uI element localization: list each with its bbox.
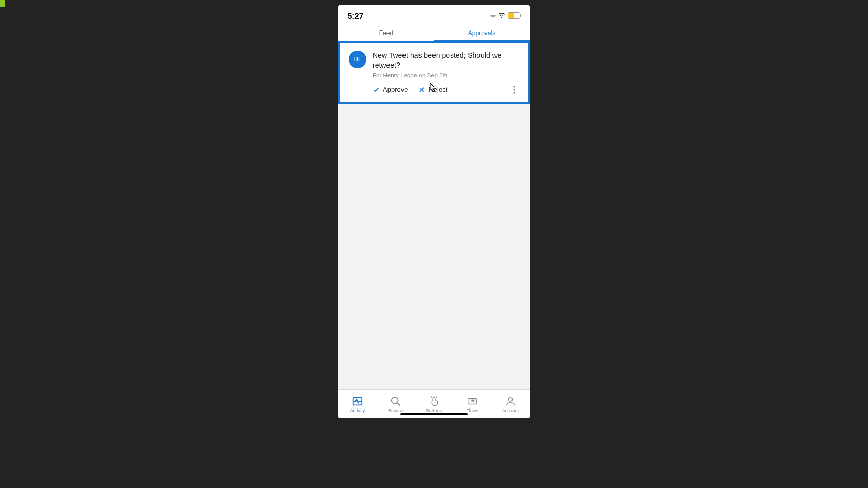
phone-frame: 5:27 •••• Feed Approvals HL New Tweet ha… <box>338 5 530 418</box>
nav-flows-label: Flows <box>466 408 478 413</box>
card-meta: For Henry Legge on Sep 5th <box>373 72 519 78</box>
svg-point-10 <box>508 397 512 401</box>
status-time: 5:27 <box>348 11 363 20</box>
svg-point-2 <box>514 86 515 87</box>
nav-account-label: Account <box>502 408 519 413</box>
tab-bar: Feed Approvals <box>338 26 530 41</box>
wifi-icon <box>498 11 506 20</box>
content-area: HL New Tweet has been posted; Should we … <box>338 41 530 389</box>
svg-point-4 <box>514 92 515 93</box>
more-button[interactable] <box>509 84 519 96</box>
cellular-icon: •••• <box>490 13 495 19</box>
nav-activity-label: Activity <box>350 408 365 413</box>
card-actions: Approve Reject <box>373 84 519 96</box>
svg-point-3 <box>514 89 515 90</box>
tap-icon <box>428 396 440 407</box>
nav-activity[interactable]: Activity <box>338 390 377 418</box>
check-icon <box>373 86 380 93</box>
activity-icon <box>352 396 363 407</box>
avatar: HL <box>349 51 366 68</box>
approve-button[interactable]: Approve <box>373 86 408 93</box>
nav-buttons-label: Buttons <box>426 408 442 413</box>
nav-browse-label: Browse <box>388 408 404 413</box>
x-icon <box>418 86 425 93</box>
approval-card[interactable]: HL New Tweet has been posted; Should we … <box>340 43 528 102</box>
reject-label: Reject <box>428 86 447 93</box>
battery-icon <box>508 12 520 19</box>
card-body: New Tweet has been posted; Should we ret… <box>373 51 519 96</box>
approve-label: Approve <box>383 86 408 93</box>
svg-line-7 <box>397 402 400 405</box>
search-icon <box>390 396 401 407</box>
reject-button[interactable]: Reject <box>418 86 447 93</box>
svg-point-6 <box>392 397 398 403</box>
tab-feed[interactable]: Feed <box>338 26 434 41</box>
nav-account[interactable]: Account <box>491 390 530 418</box>
tab-approvals[interactable]: Approvals <box>434 26 530 41</box>
card-title: New Tweet has been posted; Should we ret… <box>373 51 519 70</box>
more-vertical-icon <box>513 86 515 94</box>
status-icons: •••• <box>490 11 520 20</box>
approval-card-highlight: HL New Tweet has been posted; Should we … <box>338 41 530 104</box>
flows-icon <box>467 396 478 407</box>
person-icon <box>505 396 516 407</box>
home-indicator[interactable] <box>400 413 468 415</box>
corner-marker <box>0 0 5 7</box>
status-bar: 5:27 •••• <box>338 5 530 26</box>
svg-rect-9 <box>472 400 474 401</box>
